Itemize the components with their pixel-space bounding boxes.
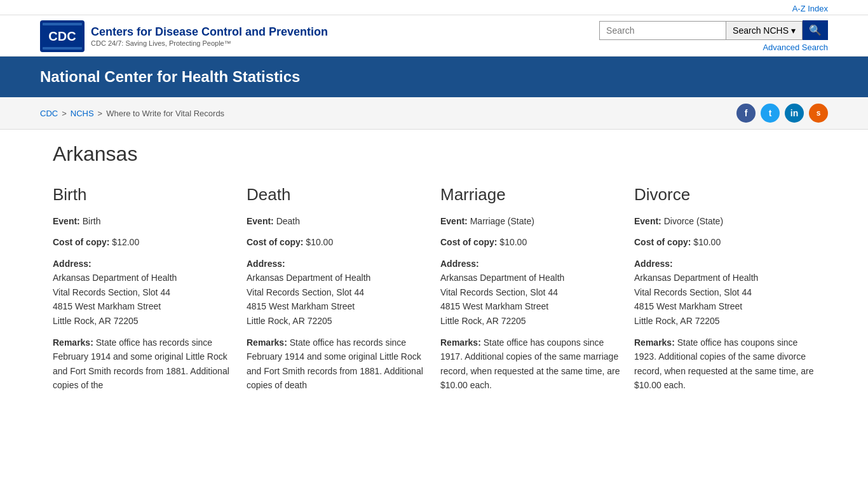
linkedin-label: in	[790, 108, 798, 118]
advanced-search-link[interactable]: Advanced Search	[763, 43, 828, 52]
breadcrumb-nchs[interactable]: NCHS	[71, 109, 94, 118]
record-remarks-divorce: Remarks: State office has coupons since …	[634, 336, 815, 393]
address-label-birth: Address:	[53, 259, 92, 269]
logo-area: CDC Centers for Disease Control and Prev…	[40, 20, 328, 52]
cdc-name-area: Centers for Disease Control and Preventi…	[91, 25, 328, 47]
cost-value-birth: $12.00	[112, 237, 139, 247]
breadcrumb-cdc[interactable]: CDC	[40, 109, 58, 118]
facebook-icon[interactable]: f	[736, 104, 756, 123]
record-cost-birth: Cost of copy: $12.00	[53, 236, 234, 249]
main-content: Arkansas BirthEvent: BirthCost of copy: …	[40, 130, 828, 418]
records-grid: BirthEvent: BirthCost of copy: $12.00Add…	[53, 185, 815, 393]
remarks-label-birth: Remarks:	[53, 337, 93, 348]
top-bar: A-Z Index	[0, 0, 868, 15]
record-section-divorce: DivorceEvent: Divorce (State)Cost of cop…	[634, 185, 815, 393]
breadcrumb-bar: CDC > NCHS > Where to Write for Vital Re…	[0, 97, 868, 130]
blue-banner: National Center for Health Statistics	[0, 57, 868, 97]
search-bar: Search NCHS ▾ 🔍	[599, 20, 828, 40]
record-address-divorce: Address:Arkansas Department of HealthVit…	[634, 257, 815, 328]
address-label-divorce: Address:	[634, 259, 673, 269]
event-value-divorce: Divorce (State)	[664, 216, 723, 226]
record-type-heading-marriage: Marriage	[440, 185, 621, 205]
remarks-label-divorce: Remarks:	[634, 337, 675, 348]
event-value-death: Death	[276, 216, 300, 226]
svg-text:CDC: CDC	[48, 29, 76, 43]
cdc-full-name: Centers for Disease Control and Preventi…	[91, 25, 328, 39]
az-index-link[interactable]: A-Z Index	[792, 4, 828, 13]
cost-label-birth: Cost of copy:	[53, 237, 109, 247]
record-type-heading-divorce: Divorce	[634, 185, 815, 205]
social-icons: f t in s	[736, 104, 828, 123]
linkedin-icon[interactable]: in	[785, 104, 804, 123]
search-input[interactable]	[599, 21, 726, 40]
remarks-label-death: Remarks:	[247, 337, 287, 348]
record-address-birth: Address:Arkansas Department of HealthVit…	[53, 257, 234, 328]
event-label-death: Event:	[247, 216, 274, 226]
search-icon: 🔍	[809, 25, 822, 36]
record-section-birth: BirthEvent: BirthCost of copy: $12.00Add…	[53, 185, 234, 393]
twitter-label: t	[769, 108, 772, 118]
record-event-birth: Event: Birth	[53, 215, 234, 228]
svg-rect-3	[43, 47, 82, 50]
breadcrumb-sep-1: >	[62, 109, 67, 118]
record-cost-marriage: Cost of copy: $10.00	[440, 236, 621, 249]
event-label-divorce: Event:	[634, 216, 661, 226]
record-cost-death: Cost of copy: $10.00	[247, 236, 428, 249]
page-title: Arkansas	[53, 142, 815, 166]
search-area: Search NCHS ▾ 🔍 Advanced Search	[599, 20, 828, 52]
cost-label-divorce: Cost of copy:	[634, 237, 691, 247]
cost-value-death: $10.00	[306, 237, 333, 247]
search-nchs-button[interactable]: Search NCHS ▾	[726, 21, 803, 40]
record-cost-divorce: Cost of copy: $10.00	[634, 236, 815, 249]
cost-value-marriage: $10.00	[499, 237, 527, 247]
twitter-icon[interactable]: t	[761, 104, 780, 123]
cdc-tagline: CDC 24/7: Saving Lives, Protecting Peopl…	[91, 39, 328, 47]
dropdown-icon: ▾	[791, 25, 796, 36]
event-label-birth: Event:	[53, 216, 80, 226]
record-section-death: DeathEvent: DeathCost of copy: $10.00Add…	[247, 185, 428, 393]
breadcrumb-sep-2: >	[98, 109, 103, 118]
blue-banner-title: National Center for Health Statistics	[40, 68, 828, 86]
record-remarks-birth: Remarks: State office has records since …	[53, 336, 234, 393]
remarks-label-marriage: Remarks:	[440, 337, 481, 348]
record-type-heading-birth: Birth	[53, 185, 234, 205]
cost-label-marriage: Cost of copy:	[440, 237, 497, 247]
facebook-label: f	[745, 108, 748, 118]
search-submit-button[interactable]: 🔍	[803, 20, 828, 40]
address-label-marriage: Address:	[440, 259, 479, 269]
event-value-birth: Birth	[83, 216, 101, 226]
record-section-marriage: MarriageEvent: Marriage (State)Cost of c…	[440, 185, 621, 393]
syndicate-icon[interactable]: s	[809, 104, 828, 123]
record-address-death: Address:Arkansas Department of HealthVit…	[247, 257, 428, 328]
record-remarks-death: Remarks: State office has records since …	[247, 336, 428, 393]
record-event-marriage: Event: Marriage (State)	[440, 215, 621, 228]
event-value-marriage: Marriage (State)	[470, 216, 534, 226]
cdc-logo: CDC	[40, 20, 85, 52]
cost-label-death: Cost of copy:	[247, 237, 303, 247]
breadcrumb: CDC > NCHS > Where to Write for Vital Re…	[40, 109, 224, 118]
search-nchs-label: Search NCHS	[733, 25, 789, 36]
address-label-death: Address:	[247, 259, 285, 269]
record-event-death: Event: Death	[247, 215, 428, 228]
record-remarks-marriage: Remarks: State office has coupons since …	[440, 336, 621, 393]
record-type-heading-death: Death	[247, 185, 428, 205]
breadcrumb-current: Where to Write for Vital Records	[106, 109, 224, 118]
header: CDC Centers for Disease Control and Prev…	[0, 15, 868, 57]
cost-value-divorce: $10.00	[693, 237, 721, 247]
syndicate-label: s	[817, 109, 821, 118]
record-event-divorce: Event: Divorce (State)	[634, 215, 815, 228]
event-label-marriage: Event:	[440, 216, 468, 226]
svg-rect-2	[43, 23, 82, 25]
record-address-marriage: Address:Arkansas Department of HealthVit…	[440, 257, 621, 328]
